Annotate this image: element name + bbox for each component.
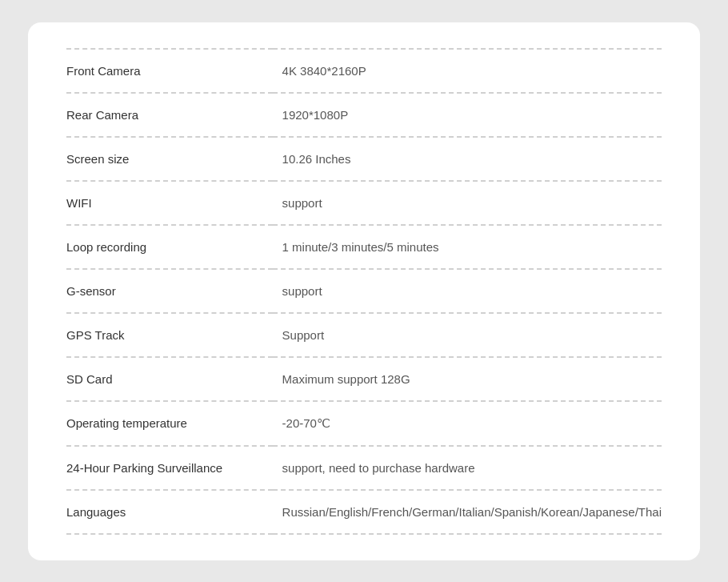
spec-label: Rear Camera xyxy=(66,93,273,137)
spec-value: -20-70℃ xyxy=(273,401,662,446)
table-row: Front Camera4K 3840*2160P xyxy=(66,49,662,93)
spec-label: Front Camera xyxy=(66,49,273,93)
table-row: LanguagesRussian/English/French/German/I… xyxy=(66,490,662,534)
spec-label: Languages xyxy=(66,490,273,534)
spec-table: Front Camera4K 3840*2160PRear Camera1920… xyxy=(66,48,662,535)
spec-label: GPS Track xyxy=(66,313,273,357)
spec-label: WIFI xyxy=(66,181,273,225)
spec-label: G-sensor xyxy=(66,269,273,313)
table-row: Operating temperature-20-70℃ xyxy=(66,401,662,446)
spec-label: Operating temperature xyxy=(66,401,273,446)
spec-value: Support xyxy=(273,313,662,357)
spec-value: support, need to purchase hardware xyxy=(273,446,662,490)
spec-value: Russian/English/French/German/Italian/Sp… xyxy=(273,490,662,534)
table-row: Screen size10.26 Inches xyxy=(66,137,662,181)
spec-value: 4K 3840*2160P xyxy=(273,49,662,93)
table-row: Rear Camera1920*1080P xyxy=(66,93,662,137)
spec-value: 1 minute/3 minutes/5 minutes xyxy=(273,225,662,269)
spec-value: Maximum support 128G xyxy=(273,357,662,401)
spec-card: Front Camera4K 3840*2160PRear Camera1920… xyxy=(28,22,700,560)
table-row: SD CardMaximum support 128G xyxy=(66,357,662,401)
spec-value: support xyxy=(273,181,662,225)
spec-value: 10.26 Inches xyxy=(273,137,662,181)
spec-label: Screen size xyxy=(66,137,273,181)
table-row: 24-Hour Parking Surveillancesupport, nee… xyxy=(66,446,662,490)
spec-value: 1920*1080P xyxy=(273,93,662,137)
table-row: WIFIsupport xyxy=(66,181,662,225)
table-row: G-sensorsupport xyxy=(66,269,662,313)
table-row: Loop recording1 minute/3 minutes/5 minut… xyxy=(66,225,662,269)
spec-label: 24-Hour Parking Surveillance xyxy=(66,446,273,490)
spec-value: support xyxy=(273,269,662,313)
spec-label: SD Card xyxy=(66,357,273,401)
spec-label: Loop recording xyxy=(66,225,273,269)
table-row: GPS TrackSupport xyxy=(66,313,662,357)
